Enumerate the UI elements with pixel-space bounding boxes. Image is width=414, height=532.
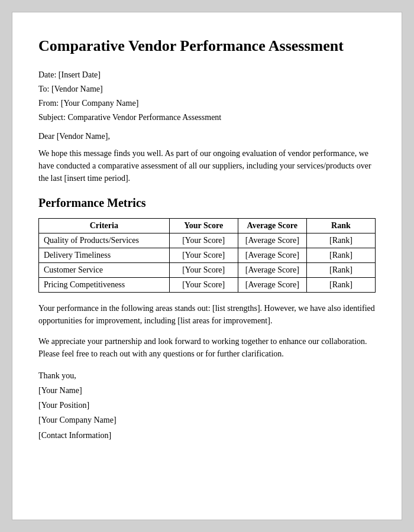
table-header-row: Criteria Your Score Average Score Rank <box>39 218 376 233</box>
closing-name: [Your Name] <box>38 383 376 398</box>
table-cell-value: [Your Score] <box>169 248 238 262</box>
closing-company: [Your Company Name] <box>38 413 376 427</box>
performance-table: Criteria Your Score Average Score Rank Q… <box>38 218 376 293</box>
closing-position: [Your Position] <box>38 398 376 413</box>
table-row: Quality of Products/Services[Your Score]… <box>39 233 376 248</box>
meta-date: Date: [Insert Date] <box>38 70 376 80</box>
from-label: From: <box>38 99 59 108</box>
meta-from: From: [Your Company Name] <box>38 99 376 108</box>
salutation: Dear [Vendor Name], <box>38 132 376 141</box>
from-value: [Your Company Name] <box>61 99 139 108</box>
date-value: [Insert Date] <box>59 70 101 79</box>
table-cell-criteria: Quality of Products/Services <box>39 233 170 248</box>
table-cell-criteria: Delivery Timeliness <box>39 248 170 262</box>
table-cell-criteria: Pricing Competitiveness <box>39 277 170 292</box>
body-intro: We hope this message finds you well. As … <box>38 147 376 184</box>
table-cell-value: [Average Score] <box>238 262 306 277</box>
section-heading-performance: Performance Metrics <box>38 196 376 210</box>
table-cell-value: [Rank] <box>306 248 375 262</box>
table-cell-value: [Your Score] <box>169 262 238 277</box>
subject-label: Subject: <box>38 113 66 122</box>
col-header-rank: Rank <box>306 218 375 233</box>
table-cell-value: [Your Score] <box>169 277 238 292</box>
table-cell-value: [Rank] <box>306 262 375 277</box>
body-closing-para: We appreciate your partnership and look … <box>38 335 376 360</box>
closing-block: Thank you, [Your Name] [Your Position] [… <box>38 368 376 443</box>
table-row: Delivery Timeliness[Your Score][Average … <box>39 248 376 262</box>
to-value: [Vendor Name] <box>51 85 103 93</box>
body-strengths: Your performance in the following areas … <box>38 302 376 327</box>
sign-off: Thank you, <box>38 368 376 383</box>
meta-to: To: [Vendor Name] <box>38 85 376 94</box>
col-header-criteria: Criteria <box>39 218 170 233</box>
table-cell-criteria: Customer Service <box>39 262 170 277</box>
document-page: Comparative Vendor Performance Assessmen… <box>12 12 402 520</box>
table-cell-value: [Your Score] <box>169 233 238 248</box>
col-header-your-score: Your Score <box>169 218 238 233</box>
date-label: Date: <box>38 70 56 79</box>
table-cell-value: [Average Score] <box>238 233 306 248</box>
to-label: To: <box>38 85 49 93</box>
subject-value: Comparative Vendor Performance Assessmen… <box>67 113 221 122</box>
closing-contact: [Contact Information] <box>38 428 376 443</box>
table-row: Pricing Competitiveness[Your Score][Aver… <box>39 277 376 292</box>
table-cell-value: [Average Score] <box>238 248 306 262</box>
document-title: Comparative Vendor Performance Assessmen… <box>38 36 376 56</box>
table-cell-value: [Rank] <box>306 233 375 248</box>
table-cell-value: [Average Score] <box>238 277 306 292</box>
table-row: Customer Service[Your Score][Average Sco… <box>39 262 376 277</box>
table-cell-value: [Rank] <box>306 277 375 292</box>
col-header-average-score: Average Score <box>238 218 306 233</box>
meta-subject: Subject: Comparative Vendor Performance … <box>38 113 376 122</box>
